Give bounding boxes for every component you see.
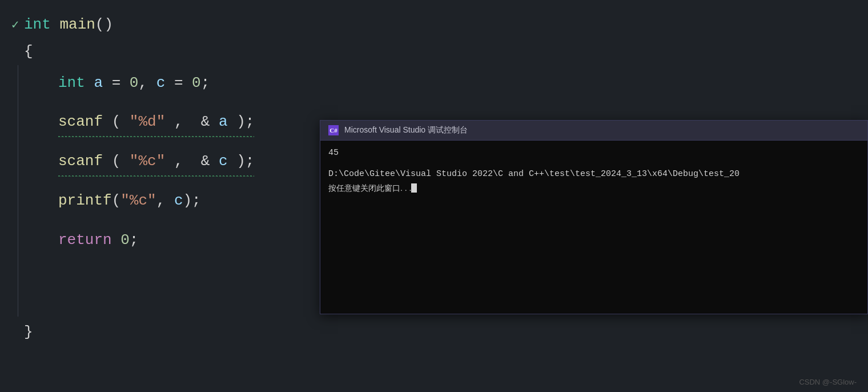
code-line-open-brace: {	[11, 38, 868, 65]
keyword-int: int	[24, 11, 51, 38]
console-title: Microsoft Visual Studio 调试控制台	[344, 125, 468, 135]
scanf2-squiggle: scanf ( "%c" , & c );	[58, 148, 254, 175]
code-line-close-brace: }	[11, 319, 868, 346]
vs-icon: C#	[328, 125, 339, 135]
func-name-main: main	[59, 11, 95, 38]
code-line-decl: int a = 0 , c = 0 ;	[24, 70, 868, 97]
code-editor: ✓ int main () { int a = 0 , c =	[0, 0, 868, 392]
guide-line	[18, 65, 18, 317]
console-titlebar: C# Microsoft Visual Studio 调试控制台	[320, 121, 867, 141]
console-path: D:\Code\Gitee\Visual Studio 2022\C and C…	[328, 168, 859, 181]
cursor	[411, 183, 417, 193]
console-prompt: 按任意键关闭此窗口. . .	[328, 181, 859, 195]
code-line-main: ✓ int main ()	[11, 11, 868, 38]
open-brace: {	[24, 38, 33, 65]
fold-icon[interactable]: ✓	[11, 14, 24, 37]
close-brace: }	[24, 319, 33, 346]
watermark: CSDN @-SGlow-	[799, 378, 857, 386]
scanf1-squiggle: scanf ( "%d" , & a );	[58, 109, 254, 135]
console-body[interactable]: 45 D:\Code\Gitee\Visual Studio 2022\C an…	[320, 141, 867, 314]
console-window: C# Microsoft Visual Studio 调试控制台 45 D:\C…	[320, 120, 868, 314]
console-output-number: 45	[328, 146, 859, 160]
guide-column	[11, 65, 24, 317]
